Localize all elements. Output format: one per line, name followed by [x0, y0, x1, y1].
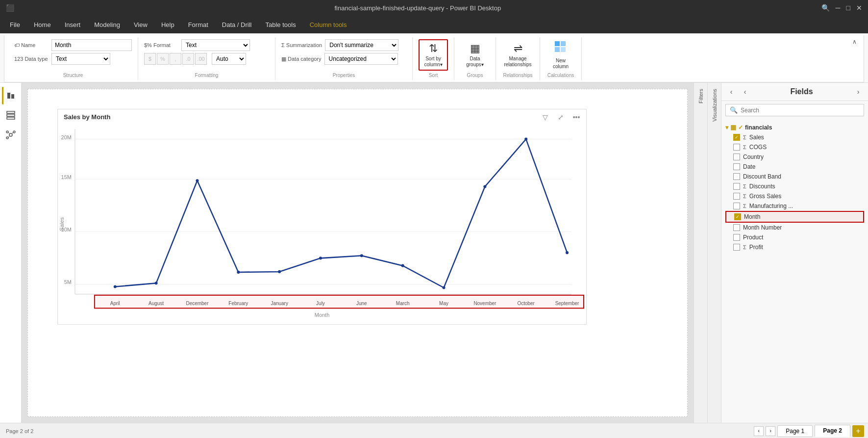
- menu-column-tools[interactable]: Column tools: [304, 19, 353, 30]
- field-checkbox-product[interactable]: [733, 234, 740, 241]
- auto-select[interactable]: Auto: [212, 53, 246, 65]
- menu-help[interactable]: Help: [155, 19, 180, 30]
- manage-rel-icon: ⇌: [514, 42, 522, 55]
- menu-file[interactable]: File: [4, 19, 26, 30]
- new-column-button[interactable]: Newcolumn: [546, 39, 575, 71]
- menu-table-tools[interactable]: Table tools: [259, 19, 301, 30]
- panel-back-button[interactable]: ‹: [725, 86, 737, 98]
- maximize-button[interactable]: □: [846, 4, 850, 12]
- chart-header: ▽ ⤢ •••: [539, 111, 582, 123]
- field-item-month-number[interactable]: Month Number: [725, 223, 864, 232]
- search-titlebar-icon[interactable]: 🔍: [821, 4, 830, 12]
- field-name-date: Date: [743, 163, 755, 170]
- datatype-row: 123 Data type Text Number Date: [14, 53, 132, 65]
- svg-line-14: [12, 132, 13, 134]
- menu-modeling[interactable]: Modeling: [88, 19, 126, 30]
- page-tab-2[interactable]: Page 2: [815, 425, 850, 437]
- svg-rect-52: [95, 295, 584, 309]
- chart-visual[interactable]: ▽ ⤢ ••• Sales by Month 20M 15M 10M 5M: [57, 109, 587, 325]
- minimize-button[interactable]: ─: [836, 4, 841, 12]
- page-prev-button[interactable]: ‹: [754, 426, 764, 436]
- percent-button[interactable]: %: [157, 53, 169, 65]
- page-next-button[interactable]: ›: [766, 426, 775, 436]
- field-item-profit[interactable]: Σ Profit: [725, 242, 864, 252]
- svg-rect-4: [7, 93, 10, 99]
- search-icon: 🔍: [730, 106, 738, 114]
- window-controls: 🔍 ─ □ ✕: [821, 4, 862, 12]
- page-tab-1[interactable]: Page 1: [777, 425, 813, 437]
- field-checkbox-month[interactable]: ✓: [734, 213, 741, 220]
- comma-button[interactable]: ,: [170, 53, 181, 65]
- add-page-button[interactable]: +: [852, 425, 864, 437]
- data-groups-button[interactable]: ▦ Datagroups▾: [460, 39, 490, 71]
- field-checkbox-date[interactable]: [733, 163, 740, 170]
- field-checkbox-discounts[interactable]: [733, 183, 740, 190]
- dec-inc-button[interactable]: .0: [182, 53, 194, 65]
- fields-search-input[interactable]: [741, 107, 860, 114]
- svg-rect-6: [7, 111, 15, 113]
- field-checkbox-gross-sales[interactable]: [733, 193, 740, 200]
- field-checkbox-profit[interactable]: [733, 244, 740, 251]
- menu-data-drill[interactable]: Data / Drill: [216, 19, 258, 30]
- calculations-group-label: Calculations: [546, 71, 575, 78]
- field-item-product[interactable]: Product: [725, 232, 864, 242]
- menu-view[interactable]: View: [128, 19, 153, 30]
- field-item-manufacturing[interactable]: Σ Manufacturing ...: [725, 201, 864, 211]
- format-btn-group: $ % , .0 .00: [144, 53, 207, 65]
- field-checkbox-country[interactable]: [733, 154, 740, 160]
- field-name-country: Country: [743, 154, 764, 160]
- chart-title: Sales by Month: [64, 113, 110, 121]
- field-item-cogs[interactable]: Σ COGS: [725, 142, 864, 152]
- svg-point-30: [237, 271, 240, 274]
- ribbon-group-relationships: ⇌ Managerelationships Relationships: [496, 37, 540, 80]
- field-name-product: Product: [743, 234, 763, 241]
- svg-point-37: [524, 138, 527, 141]
- sidebar-model-icon[interactable]: [2, 126, 20, 144]
- sigma-icon-discounts: Σ: [743, 183, 746, 189]
- panel-expand-button[interactable]: ›: [852, 86, 864, 98]
- field-item-country[interactable]: Country: [725, 152, 864, 162]
- field-item-date[interactable]: Date: [725, 162, 864, 172]
- field-item-discounts[interactable]: Σ Discounts: [725, 181, 864, 191]
- datatype-select[interactable]: Text Number Date: [51, 53, 110, 65]
- svg-point-34: [401, 264, 404, 267]
- field-checkbox-manufacturing[interactable]: [733, 203, 740, 209]
- field-checkbox-month-number[interactable]: [733, 224, 740, 231]
- field-checkbox-discount-band[interactable]: [733, 173, 740, 180]
- menu-insert[interactable]: Insert: [59, 19, 87, 30]
- panel-forward-button[interactable]: ‹: [739, 86, 751, 98]
- ribbon-group-calculations: Newcolumn Calculations: [540, 37, 582, 80]
- field-item-gross-sales[interactable]: Σ Gross Sales: [725, 191, 864, 201]
- field-checkbox-cogs[interactable]: [733, 144, 740, 151]
- sidebar-data-icon[interactable]: [2, 106, 20, 124]
- filters-tab[interactable]: Filters: [695, 83, 707, 109]
- summarization-row: Σ Summarization Don't summarize Sum Aver…: [281, 39, 398, 51]
- format-select[interactable]: Text Number: [181, 39, 250, 51]
- ribbon-group-formatting: $% Format Text Number $ % , .0 .00: [138, 37, 275, 80]
- field-item-month[interactable]: ✓ Month: [725, 211, 864, 223]
- close-button[interactable]: ✕: [856, 4, 862, 12]
- fields-panel-title: Fields: [753, 87, 850, 96]
- dollar-button[interactable]: $: [144, 53, 156, 65]
- visualizations-tab[interactable]: Visualizations: [709, 83, 720, 128]
- manage-relationships-button[interactable]: ⇌ Managerelationships: [503, 39, 533, 71]
- name-row: 🏷 Name: [14, 39, 132, 51]
- more-options-icon[interactable]: •••: [570, 111, 582, 123]
- svg-point-10: [6, 131, 8, 133]
- sort-by-column-button[interactable]: ⇅ Sort bycolumn▾: [419, 39, 448, 71]
- name-input[interactable]: [51, 39, 132, 51]
- focus-icon[interactable]: ⤢: [555, 111, 567, 123]
- svg-text:5M: 5M: [64, 279, 72, 285]
- filter-icon[interactable]: ▽: [539, 111, 551, 123]
- ribbon-collapse-button[interactable]: ∧: [849, 37, 860, 80]
- menu-home[interactable]: Home: [28, 19, 57, 30]
- menu-format[interactable]: Format: [182, 19, 214, 30]
- datacategory-select[interactable]: Uncategorized Address City: [324, 53, 398, 65]
- dec-dec-button[interactable]: .00: [195, 53, 207, 65]
- field-item-discount-band[interactable]: Discount Band: [725, 172, 864, 181]
- field-item-sales[interactable]: ✓ Σ Sales: [725, 132, 864, 142]
- summarization-select[interactable]: Don't summarize Sum Average: [325, 39, 398, 51]
- sidebar-report-icon[interactable]: [2, 87, 20, 104]
- field-group-header-financials[interactable]: ▾ ▦ ✓ financials: [725, 122, 864, 132]
- field-checkbox-sales[interactable]: ✓: [733, 134, 740, 141]
